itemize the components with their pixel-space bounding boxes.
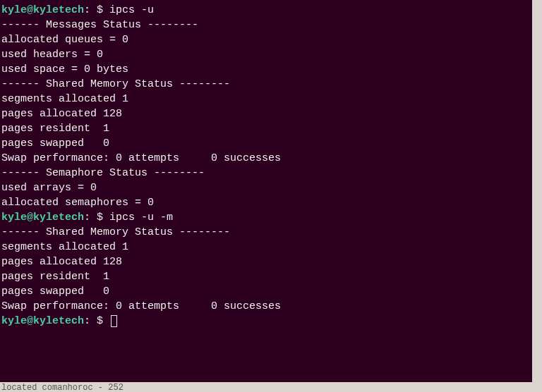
shm2-line-2: pages allocated 128 [1, 255, 541, 269]
prompt-colon: : [84, 212, 90, 223]
prompt-path [90, 4, 97, 16]
prompt-dollar: $ [97, 4, 103, 16]
messages-line-2: used headers = 0 [1, 47, 541, 62]
prompt-colon: : [84, 315, 90, 327]
prompt-path [90, 212, 97, 223]
cursor-icon [111, 315, 117, 327]
shm-line-3: pages resident 1 [1, 121, 541, 136]
prompt-path [90, 315, 97, 327]
prompt-user-host: kyle@kyletech [1, 4, 84, 16]
prompt-colon: : [84, 4, 90, 16]
shm2-line-1: segments allocated 1 [1, 240, 541, 255]
prompt-dollar: $ [97, 315, 103, 327]
shm-line-1: segments allocated 1 [1, 92, 541, 106]
scrollbar[interactable] [532, 0, 542, 392]
prompt-line-3[interactable]: kyle@kyletech: $ [1, 314, 541, 329]
sem-header: ------ Semaphore Status -------- [1, 166, 541, 180]
messages-header: ------ Messages Status -------- [1, 18, 541, 32]
prompt-user-host: kyle@kyletech [1, 212, 84, 223]
prompt-dollar: $ [97, 212, 103, 223]
prompt-user-host: kyle@kyletech [1, 315, 84, 327]
prompt-line-2[interactable]: kyle@kyletech: $ ipcs -u -m [1, 210, 541, 225]
shm2-line-4: pages swapped 0 [1, 284, 541, 299]
command-2: ipcs -u -m [109, 212, 173, 223]
command-1: ipcs -u [109, 4, 154, 16]
shm-line-2: pages allocated 128 [1, 106, 541, 121]
messages-line-3: used space = 0 bytes [1, 62, 541, 77]
shm-header: ------ Shared Memory Status -------- [1, 77, 541, 92]
shm-header-2: ------ Shared Memory Status -------- [1, 225, 541, 240]
shm2-line-5: Swap performance: 0 attempts 0 successes [1, 299, 541, 314]
messages-line-1: allocated queues = 0 [1, 32, 541, 47]
shm-line-5: Swap performance: 0 attempts 0 successes [1, 151, 541, 166]
shm2-line-3: pages resident 1 [1, 269, 541, 284]
sem-line-2: allocated semaphores = 0 [1, 195, 541, 210]
shm-line-4: pages swapped 0 [1, 136, 541, 151]
status-strip: located comanhoroc - 252 [0, 382, 532, 392]
prompt-line-1[interactable]: kyle@kyletech: $ ipcs -u [1, 3, 541, 18]
sem-line-1: used arrays = 0 [1, 180, 541, 195]
